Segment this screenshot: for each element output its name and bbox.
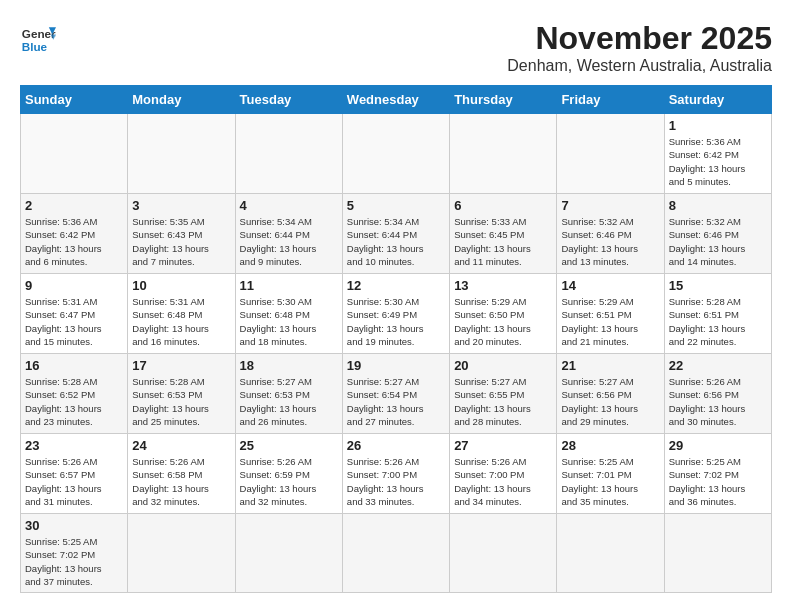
weekday-header-row: SundayMondayTuesdayWednesdayThursdayFrid… xyxy=(21,86,772,114)
calendar-cell: 5Sunrise: 5:34 AM Sunset: 6:44 PM Daylig… xyxy=(342,194,449,274)
calendar-cell: 14Sunrise: 5:29 AM Sunset: 6:51 PM Dayli… xyxy=(557,274,664,354)
calendar-cell: 18Sunrise: 5:27 AM Sunset: 6:53 PM Dayli… xyxy=(235,354,342,434)
day-info: Sunrise: 5:29 AM Sunset: 6:51 PM Dayligh… xyxy=(561,295,659,348)
calendar-cell: 13Sunrise: 5:29 AM Sunset: 6:50 PM Dayli… xyxy=(450,274,557,354)
day-number: 25 xyxy=(240,438,338,453)
calendar-cell: 16Sunrise: 5:28 AM Sunset: 6:52 PM Dayli… xyxy=(21,354,128,434)
day-info: Sunrise: 5:33 AM Sunset: 6:45 PM Dayligh… xyxy=(454,215,552,268)
day-info: Sunrise: 5:28 AM Sunset: 6:51 PM Dayligh… xyxy=(669,295,767,348)
day-number: 24 xyxy=(132,438,230,453)
calendar-week-4: 16Sunrise: 5:28 AM Sunset: 6:52 PM Dayli… xyxy=(21,354,772,434)
calendar-week-2: 2Sunrise: 5:36 AM Sunset: 6:42 PM Daylig… xyxy=(21,194,772,274)
weekday-header-friday: Friday xyxy=(557,86,664,114)
calendar-cell: 2Sunrise: 5:36 AM Sunset: 6:42 PM Daylig… xyxy=(21,194,128,274)
calendar-cell xyxy=(450,514,557,593)
day-info: Sunrise: 5:30 AM Sunset: 6:49 PM Dayligh… xyxy=(347,295,445,348)
day-info: Sunrise: 5:29 AM Sunset: 6:50 PM Dayligh… xyxy=(454,295,552,348)
calendar-cell xyxy=(128,514,235,593)
calendar-cell xyxy=(664,514,771,593)
page-title: November 2025 xyxy=(507,20,772,57)
day-info: Sunrise: 5:27 AM Sunset: 6:54 PM Dayligh… xyxy=(347,375,445,428)
calendar-cell: 11Sunrise: 5:30 AM Sunset: 6:48 PM Dayli… xyxy=(235,274,342,354)
day-number: 8 xyxy=(669,198,767,213)
calendar-cell xyxy=(235,514,342,593)
day-number: 5 xyxy=(347,198,445,213)
day-info: Sunrise: 5:25 AM Sunset: 7:02 PM Dayligh… xyxy=(669,455,767,508)
calendar-cell: 1Sunrise: 5:36 AM Sunset: 6:42 PM Daylig… xyxy=(664,114,771,194)
calendar-cell: 28Sunrise: 5:25 AM Sunset: 7:01 PM Dayli… xyxy=(557,434,664,514)
day-number: 2 xyxy=(25,198,123,213)
calendar-cell: 10Sunrise: 5:31 AM Sunset: 6:48 PM Dayli… xyxy=(128,274,235,354)
calendar-cell: 25Sunrise: 5:26 AM Sunset: 6:59 PM Dayli… xyxy=(235,434,342,514)
calendar-cell xyxy=(342,514,449,593)
calendar-cell: 7Sunrise: 5:32 AM Sunset: 6:46 PM Daylig… xyxy=(557,194,664,274)
day-info: Sunrise: 5:28 AM Sunset: 6:53 PM Dayligh… xyxy=(132,375,230,428)
day-info: Sunrise: 5:36 AM Sunset: 6:42 PM Dayligh… xyxy=(669,135,767,188)
day-info: Sunrise: 5:25 AM Sunset: 7:02 PM Dayligh… xyxy=(25,535,123,588)
calendar-cell xyxy=(21,114,128,194)
day-number: 27 xyxy=(454,438,552,453)
weekday-header-saturday: Saturday xyxy=(664,86,771,114)
logo: General Blue xyxy=(20,20,56,56)
title-block: November 2025 Denham, Western Australia,… xyxy=(507,20,772,75)
day-info: Sunrise: 5:30 AM Sunset: 6:48 PM Dayligh… xyxy=(240,295,338,348)
calendar-cell: 12Sunrise: 5:30 AM Sunset: 6:49 PM Dayli… xyxy=(342,274,449,354)
weekday-header-tuesday: Tuesday xyxy=(235,86,342,114)
day-number: 28 xyxy=(561,438,659,453)
weekday-header-wednesday: Wednesday xyxy=(342,86,449,114)
day-info: Sunrise: 5:26 AM Sunset: 7:00 PM Dayligh… xyxy=(347,455,445,508)
day-info: Sunrise: 5:31 AM Sunset: 6:47 PM Dayligh… xyxy=(25,295,123,348)
day-info: Sunrise: 5:26 AM Sunset: 6:58 PM Dayligh… xyxy=(132,455,230,508)
day-number: 11 xyxy=(240,278,338,293)
day-number: 30 xyxy=(25,518,123,533)
day-info: Sunrise: 5:31 AM Sunset: 6:48 PM Dayligh… xyxy=(132,295,230,348)
day-info: Sunrise: 5:26 AM Sunset: 6:59 PM Dayligh… xyxy=(240,455,338,508)
day-info: Sunrise: 5:28 AM Sunset: 6:52 PM Dayligh… xyxy=(25,375,123,428)
day-info: Sunrise: 5:34 AM Sunset: 6:44 PM Dayligh… xyxy=(347,215,445,268)
logo-icon: General Blue xyxy=(20,20,56,56)
calendar-cell: 23Sunrise: 5:26 AM Sunset: 6:57 PM Dayli… xyxy=(21,434,128,514)
day-number: 18 xyxy=(240,358,338,373)
calendar-cell: 27Sunrise: 5:26 AM Sunset: 7:00 PM Dayli… xyxy=(450,434,557,514)
calendar-cell: 20Sunrise: 5:27 AM Sunset: 6:55 PM Dayli… xyxy=(450,354,557,434)
day-number: 14 xyxy=(561,278,659,293)
day-number: 17 xyxy=(132,358,230,373)
calendar-cell: 9Sunrise: 5:31 AM Sunset: 6:47 PM Daylig… xyxy=(21,274,128,354)
calendar-cell: 8Sunrise: 5:32 AM Sunset: 6:46 PM Daylig… xyxy=(664,194,771,274)
day-info: Sunrise: 5:32 AM Sunset: 6:46 PM Dayligh… xyxy=(561,215,659,268)
day-info: Sunrise: 5:36 AM Sunset: 6:42 PM Dayligh… xyxy=(25,215,123,268)
weekday-header-monday: Monday xyxy=(128,86,235,114)
calendar-cell: 26Sunrise: 5:26 AM Sunset: 7:00 PM Dayli… xyxy=(342,434,449,514)
calendar-week-6: 30Sunrise: 5:25 AM Sunset: 7:02 PM Dayli… xyxy=(21,514,772,593)
calendar-cell: 21Sunrise: 5:27 AM Sunset: 6:56 PM Dayli… xyxy=(557,354,664,434)
calendar-cell: 4Sunrise: 5:34 AM Sunset: 6:44 PM Daylig… xyxy=(235,194,342,274)
calendar-cell xyxy=(557,114,664,194)
calendar-cell: 24Sunrise: 5:26 AM Sunset: 6:58 PM Dayli… xyxy=(128,434,235,514)
day-number: 10 xyxy=(132,278,230,293)
calendar-cell: 15Sunrise: 5:28 AM Sunset: 6:51 PM Dayli… xyxy=(664,274,771,354)
day-number: 6 xyxy=(454,198,552,213)
day-info: Sunrise: 5:27 AM Sunset: 6:55 PM Dayligh… xyxy=(454,375,552,428)
day-info: Sunrise: 5:26 AM Sunset: 6:56 PM Dayligh… xyxy=(669,375,767,428)
day-number: 4 xyxy=(240,198,338,213)
calendar-cell: 6Sunrise: 5:33 AM Sunset: 6:45 PM Daylig… xyxy=(450,194,557,274)
day-number: 19 xyxy=(347,358,445,373)
day-number: 9 xyxy=(25,278,123,293)
day-info: Sunrise: 5:32 AM Sunset: 6:46 PM Dayligh… xyxy=(669,215,767,268)
day-number: 23 xyxy=(25,438,123,453)
day-number: 26 xyxy=(347,438,445,453)
calendar-week-1: 1Sunrise: 5:36 AM Sunset: 6:42 PM Daylig… xyxy=(21,114,772,194)
weekday-header-thursday: Thursday xyxy=(450,86,557,114)
day-number: 3 xyxy=(132,198,230,213)
svg-text:Blue: Blue xyxy=(22,40,48,53)
calendar-cell: 30Sunrise: 5:25 AM Sunset: 7:02 PM Dayli… xyxy=(21,514,128,593)
calendar-week-3: 9Sunrise: 5:31 AM Sunset: 6:47 PM Daylig… xyxy=(21,274,772,354)
calendar-table: SundayMondayTuesdayWednesdayThursdayFrid… xyxy=(20,85,772,593)
day-info: Sunrise: 5:26 AM Sunset: 6:57 PM Dayligh… xyxy=(25,455,123,508)
day-number: 7 xyxy=(561,198,659,213)
day-number: 22 xyxy=(669,358,767,373)
day-number: 1 xyxy=(669,118,767,133)
day-number: 15 xyxy=(669,278,767,293)
day-number: 21 xyxy=(561,358,659,373)
calendar-cell xyxy=(235,114,342,194)
